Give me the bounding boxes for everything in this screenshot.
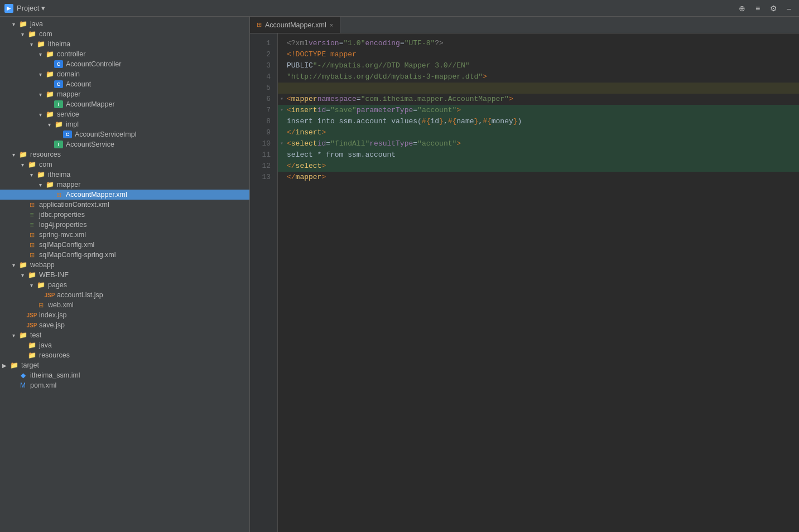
tree-item-mapper[interactable]: ▾ 📁 mapper xyxy=(0,89,249,99)
tree-item-controller[interactable]: ▾ 📁 controller xyxy=(0,49,249,59)
tree-item-label: accountList.jsp xyxy=(57,291,249,299)
tree-item-com[interactable]: ▾ 📁 com xyxy=(0,29,249,39)
tree-item-com2[interactable]: ▾ 📁 com xyxy=(0,159,249,170)
tree-item-label: AccountServiceImpl xyxy=(75,130,249,138)
tree-item-spring_mvc_xml[interactable]: ⊞ spring-mvc.xml xyxy=(0,230,249,240)
tree-arrow: ▾ xyxy=(27,282,36,288)
tree-arrow: ▾ xyxy=(27,41,36,47)
code-line-1[interactable]: <?xml version="1.0" encoding="UTF-8" ?> xyxy=(278,38,799,49)
line-num-12: 12 xyxy=(254,161,271,172)
tree-arrow: ▾ xyxy=(9,332,18,338)
tree-item-java[interactable]: ▾ 📁 java xyxy=(0,19,249,29)
code-editor[interactable]: 12345678910111213 <?xml version="1.0" en… xyxy=(250,33,799,532)
tree-item-pages[interactable]: ▾ 📁 pages xyxy=(0,280,249,290)
tree-arrow: ▾ xyxy=(18,31,27,37)
tree-item-test_java[interactable]: 📁 java xyxy=(0,340,249,350)
fold-icon[interactable]: ▾ xyxy=(280,94,283,105)
tree-item-AccountMapper[interactable]: I AccountMapper xyxy=(0,99,249,109)
line-num-7: 7 xyxy=(254,105,271,116)
code-line-4[interactable]: "http://mybatis.org/dtd/mybatis-3-mapper… xyxy=(278,71,799,83)
tree-item-webapp[interactable]: ▾ 📁 webapp xyxy=(0,260,249,270)
dropdown-arrow[interactable]: ▾ xyxy=(41,4,45,12)
layout-icon[interactable]: ≡ xyxy=(752,4,763,13)
tree-item-label: itheima xyxy=(48,40,249,48)
tree-item-label: java xyxy=(39,341,249,349)
tree-item-label: AccountMapper xyxy=(66,100,249,108)
tree-item-itheima_ssm_iml[interactable]: ◆ itheima_ssm.iml xyxy=(0,370,249,380)
folder-icon: 📁 xyxy=(36,40,46,49)
tree-item-AccountService[interactable]: I AccountService xyxy=(0,139,249,149)
tree-item-index_jsp[interactable]: JSP index.jsp xyxy=(0,310,249,320)
code-line-3[interactable]: PUBLIC "-//mybatis.org//DTD Mapper 3.0//… xyxy=(278,60,799,71)
tree-item-WEB_INF[interactable]: ▾ 📁 WEB-INF xyxy=(0,270,249,280)
code-line-10[interactable]: ▾ <select id="findAll" resultType="accou… xyxy=(278,138,799,149)
tab-xml-icon: ⊞ xyxy=(257,21,262,28)
tab-accountmapper-xml[interactable]: ⊞ AccountMapper.xml × xyxy=(250,17,340,33)
tree-item-resources[interactable]: ▾ 📁 resources xyxy=(0,149,249,159)
tree-item-target[interactable]: ▶ 📁 target xyxy=(0,360,249,370)
line-num-5: 5 xyxy=(254,83,271,94)
tree-item-service[interactable]: ▾ 📁 service xyxy=(0,109,249,119)
tree-item-pom_xml[interactable]: M pom.xml xyxy=(0,380,249,390)
folder-icon: 📁 xyxy=(18,20,28,28)
tree-item-itheima2[interactable]: ▾ 📁 itheima xyxy=(0,170,249,180)
tree-item-label: jdbc.properties xyxy=(39,211,249,219)
code-line-2[interactable]: <!DOCTYPE mapper xyxy=(278,49,799,60)
tree-item-test[interactable]: ▾ 📁 test xyxy=(0,330,249,340)
class-icon: C xyxy=(54,80,64,89)
tree-item-itheima[interactable]: ▾ 📁 itheima xyxy=(0,39,249,49)
tree-item-test_resources[interactable]: 📁 resources xyxy=(0,350,249,360)
tree-item-accountList_jsp[interactable]: JSP accountList.jsp xyxy=(0,290,249,300)
code-line-6[interactable]: ▾<mapper namespace="com.itheima.mapper.A… xyxy=(278,94,799,105)
folder-icon: 📁 xyxy=(45,180,55,189)
code-line-5[interactable] xyxy=(278,83,799,94)
tree-item-applicationContext_xml[interactable]: ⊞ applicationContext.xml xyxy=(0,200,249,210)
tree-item-label: spring-mvc.xml xyxy=(39,231,249,239)
fold-icon[interactable]: ▾ xyxy=(280,105,283,116)
jsp-icon: JSP xyxy=(45,291,55,299)
code-line-7[interactable]: ▾ <insert id="save" parameterType="accou… xyxy=(278,105,799,116)
jsp-icon: JSP xyxy=(27,311,37,320)
tree-item-label: impl xyxy=(66,120,249,128)
code-line-11[interactable]: select * from ssm.account xyxy=(278,149,799,161)
tree-item-sqlMapConfig_xml[interactable]: ⊞ sqlMapConfig.xml xyxy=(0,240,249,250)
tree-item-impl[interactable]: ▾ 📁 impl xyxy=(0,119,249,129)
tree-item-jdbc_properties[interactable]: ≡ jdbc.properties xyxy=(0,210,249,220)
folder-icon: 📁 xyxy=(36,170,46,179)
editor-area: ⊞ AccountMapper.xml × 12345678910111213 … xyxy=(250,17,799,532)
tree-item-log4j_properties[interactable]: ≡ log4j.properties xyxy=(0,220,249,230)
tree-item-Account[interactable]: C Account xyxy=(0,79,249,89)
line-num-1: 1 xyxy=(254,38,271,49)
tree-item-label: pages xyxy=(48,281,249,289)
tab-close-button[interactable]: × xyxy=(330,22,333,28)
settings-icon[interactable]: ⚙ xyxy=(768,4,779,13)
folder-icon: 📁 xyxy=(9,361,19,370)
line-num-10: 10 xyxy=(254,138,271,149)
code-line-13[interactable]: </mapper> xyxy=(278,172,799,183)
tree-item-AccountServiceImpl[interactable]: C AccountServiceImpl xyxy=(0,129,249,139)
line-num-3: 3 xyxy=(254,60,271,71)
fold-icon[interactable]: ▾ xyxy=(280,138,283,149)
minimize-icon[interactable]: – xyxy=(783,4,795,13)
title-controls: ⊕ ≡ ⚙ – xyxy=(737,4,795,13)
folder-icon: 📁 xyxy=(18,260,28,269)
class-icon: C xyxy=(54,60,64,69)
tree-item-AccountMapper_xml[interactable]: ⊞ AccountMapper.xml xyxy=(0,190,249,200)
code-line-8[interactable]: insert into ssm.account values(#{id},#{n… xyxy=(278,116,799,127)
folder-icon: 📁 xyxy=(18,150,28,159)
tree-item-domain[interactable]: ▾ 📁 domain xyxy=(0,69,249,79)
tree-item-sqlMapConfig_spring_xml[interactable]: ⊞ sqlMapConfig-spring.xml xyxy=(0,250,249,260)
tree-item-label: target xyxy=(21,361,249,369)
code-line-12[interactable]: </select> xyxy=(278,161,799,172)
compass-icon[interactable]: ⊕ xyxy=(737,4,748,13)
tree-item-web_xml[interactable]: ⊞ web.xml xyxy=(0,300,249,310)
tree-item-save_jsp[interactable]: JSP save.jsp xyxy=(0,320,249,330)
title-bar: ▶ Project ▾ ⊕ ≡ ⚙ – xyxy=(0,0,799,17)
tree-item-AccountController[interactable]: C AccountController xyxy=(0,59,249,69)
tree-item-label: sqlMapConfig.xml xyxy=(39,241,249,249)
tab-label: AccountMapper.xml xyxy=(265,21,326,29)
code-area[interactable]: <?xml version="1.0" encoding="UTF-8" ?><… xyxy=(278,33,799,532)
tree-item-mapper2[interactable]: ▾ 📁 mapper xyxy=(0,180,249,190)
tree-item-label: Account xyxy=(66,80,249,88)
code-line-9[interactable]: </insert> xyxy=(278,127,799,138)
